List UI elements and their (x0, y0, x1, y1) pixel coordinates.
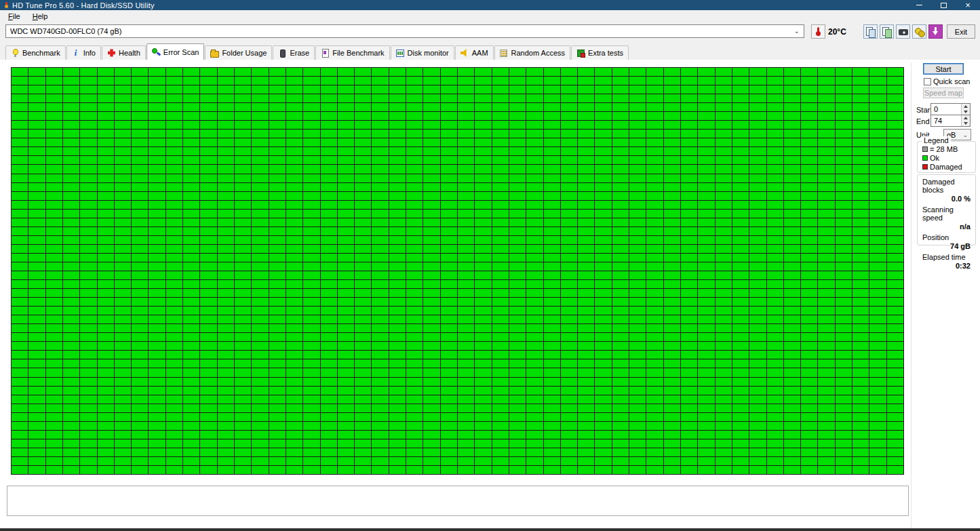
start-scan-button[interactable]: Start (923, 63, 964, 75)
temperature-button[interactable] (811, 24, 825, 39)
camera-button[interactable] (896, 24, 910, 39)
tab-file-benchmark[interactable]: File Benchmark (315, 45, 389, 60)
menu-help[interactable]: Help (26, 12, 54, 21)
scan-block (732, 448, 749, 456)
scan-block (544, 387, 560, 395)
scan-block (63, 289, 79, 297)
scan-block (218, 121, 234, 129)
scan-block (595, 378, 611, 386)
scan-block (12, 271, 28, 279)
scan-block (526, 156, 543, 164)
scan-block (526, 466, 543, 474)
scan-block (629, 289, 646, 297)
scan-block (441, 77, 457, 85)
scan-block (423, 147, 439, 155)
scan-block (749, 77, 766, 85)
spin-down-icon[interactable] (962, 109, 970, 115)
scan-block (423, 359, 439, 368)
close-icon[interactable] (956, 0, 980, 10)
keys-button[interactable] (912, 24, 926, 39)
scan-block (389, 227, 406, 235)
scan-block (509, 85, 526, 94)
scan-block (218, 218, 234, 227)
tab-random-access[interactable]: Random Access (494, 45, 570, 60)
scan-block (526, 165, 543, 173)
maximize-icon[interactable] (931, 0, 956, 10)
tab-extra-tests[interactable]: Extra tests (571, 45, 629, 60)
scan-block (681, 342, 697, 350)
scan-block (526, 245, 543, 253)
scan-block (509, 289, 526, 297)
scan-block (166, 404, 182, 412)
tab-benchmark[interactable]: Benchmark (5, 45, 66, 60)
scan-block (372, 457, 388, 465)
drive-selector-dropdown[interactable]: WDC WD740GD-00FLC0 (74 gB) ⌄ (5, 24, 804, 38)
scan-block (475, 210, 491, 218)
scan-block (166, 431, 182, 439)
scan-block (200, 378, 216, 386)
scan-block (492, 404, 509, 412)
download-button[interactable] (928, 24, 943, 39)
scan-block (115, 254, 131, 262)
scan-block (629, 298, 646, 306)
scan-block (441, 439, 457, 448)
scan-block (200, 147, 216, 155)
tab-disk-monitor[interactable]: Disk monitor (391, 45, 454, 60)
tab-info[interactable]: Info (66, 45, 101, 60)
scan-block (749, 103, 766, 111)
tab-aam[interactable]: AAM (455, 45, 494, 60)
scan-block (46, 404, 62, 412)
scan-block (218, 351, 234, 359)
end-field[interactable]: 74 (930, 115, 971, 127)
scan-block (355, 94, 371, 102)
scan-block (98, 404, 114, 412)
scan-block (166, 342, 182, 350)
stat-value: 74 gB (922, 242, 971, 250)
scan-block (252, 307, 268, 315)
scan-block (836, 210, 852, 218)
scan-block (869, 201, 886, 209)
camera-icon (897, 25, 909, 38)
spin-up-icon[interactable] (962, 104, 970, 109)
tab-erase[interactable]: Erase (273, 45, 315, 60)
scan-block (28, 466, 45, 474)
tab-folder-usage[interactable]: Folder Usage (205, 45, 272, 60)
scan-block (321, 94, 337, 102)
stat-value: n/a (922, 222, 971, 231)
scan-block (852, 298, 869, 306)
scan-block (252, 280, 268, 288)
spin-up-icon[interactable] (962, 115, 970, 121)
scan-block (406, 457, 423, 465)
scan-block (80, 395, 96, 404)
start-field[interactable]: 0 (930, 103, 971, 115)
scan-block (458, 254, 474, 262)
scan-block (629, 112, 646, 120)
scan-block (801, 439, 817, 448)
scan-block (887, 262, 903, 271)
scan-block (836, 218, 852, 227)
copy-report-button[interactable] (863, 24, 878, 39)
scan-block (561, 342, 577, 350)
exit-button[interactable]: Exit (947, 24, 975, 39)
scan-block (149, 448, 165, 456)
scan-block (629, 165, 646, 173)
scan-block (252, 218, 268, 227)
scan-block (749, 395, 766, 404)
tab-error-scan[interactable]: Error Scan (146, 43, 205, 60)
scan-block (321, 85, 337, 94)
speed-map-button[interactable]: Speed map (923, 87, 964, 98)
tab-health[interactable]: Health (102, 45, 146, 60)
spin-down-icon[interactable] (962, 121, 970, 126)
scan-block (372, 112, 388, 120)
menu-file[interactable]: File (2, 12, 26, 21)
scan-block (612, 94, 629, 102)
scan-block (646, 174, 663, 182)
tab-label: Erase (290, 49, 309, 57)
scan-block (612, 103, 629, 111)
minimize-icon[interactable] (907, 0, 931, 10)
scan-block (423, 85, 439, 94)
scan-block (801, 315, 817, 323)
quick-scan-checkbox[interactable] (924, 78, 931, 85)
copy-image-button[interactable] (880, 24, 894, 39)
scan-block (423, 192, 439, 200)
